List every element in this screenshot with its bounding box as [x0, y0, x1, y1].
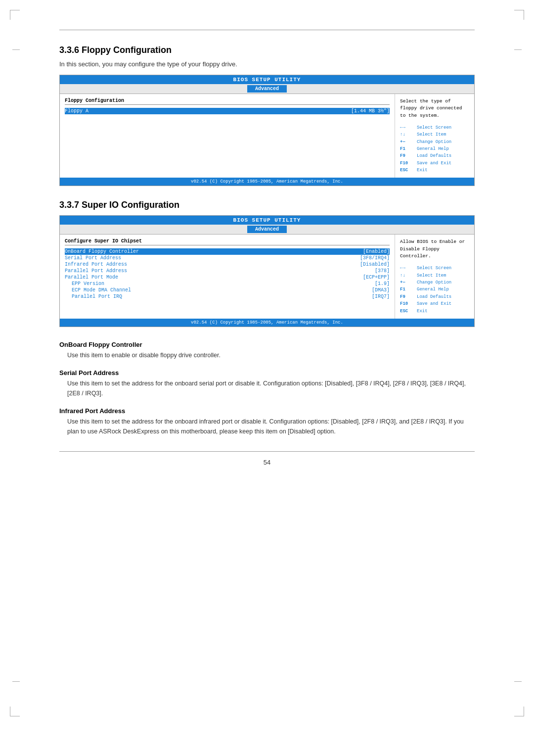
page-number: 54 [59, 459, 475, 466]
bios1-section-label: Floppy Configuration [65, 98, 390, 105]
bios2-row-parallel-mode[interactable]: Parallel Port Mode [ECP+EPP] [65, 274, 390, 281]
bios1-key-f1: F1 General Help [400, 145, 469, 152]
bios1-footer: v02.54 (C) Copyright 1985-2005, American… [60, 178, 474, 186]
bios2-row-ecp-dma[interactable]: ECP Mode DMA Channel [DMA3] [65, 287, 390, 293]
corner-mark-tr [514, 10, 524, 20]
bios2-key-f1: F1 General Help [400, 286, 469, 293]
bios1-floppy-a-label: Floppy A [65, 108, 89, 114]
bios2-section-label: Configure Super IO Chipset [65, 238, 390, 245]
bios1-keys: ←→ Select Screen ↑↓ Select Item +− Chang… [400, 124, 469, 174]
subsection-serial-port-title: Serial Port Address [59, 369, 475, 377]
subsection-infrared-port-body: Use this item to set the address for the… [59, 417, 475, 436]
subsection-onboard-floppy: OnBoard Floppy Controller Use this item … [59, 341, 475, 360]
bios2-keys: ←→ Select Screen ↑↓ Select Item +− Chang… [400, 265, 469, 315]
top-rule [59, 30, 475, 30]
bios1-key-lr: ←→ Select Screen [400, 124, 469, 131]
side-mark-left-top [12, 49, 20, 50]
bios2-key-f10: F10 Save and Exit [400, 300, 469, 307]
bios1-key-f9: F9 Load Defaults [400, 152, 469, 159]
bios1-key-esc: ESC Exit [400, 167, 469, 174]
bios1-left: Floppy Configuration Floppy A [1.44 MB 3… [60, 94, 395, 178]
page-container: 3.3.6 Floppy Configuration In this secti… [0, 0, 534, 756]
bios2-row-parallel-port[interactable]: Parallel Port Address [378] [65, 268, 390, 274]
bios1-key-ud: ↑↓ Select Item [400, 131, 469, 138]
bios2-right: Allow BIOS to Enable or Disable Floppy C… [395, 235, 474, 318]
section-337-title: 3.3.7 Super IO Configuration [59, 200, 475, 210]
bios2-help-text: Allow BIOS to Enable or Disable Floppy C… [400, 238, 469, 260]
subsection-serial-port: Serial Port Address Use this item to set… [59, 369, 475, 398]
side-mark-left-bottom [12, 681, 20, 682]
subsection-onboard-floppy-body: Use this item to enable or disable flopp… [59, 350, 475, 360]
bios2-row-infrared-port[interactable]: Infrared Port Address [Disabled] [65, 261, 390, 268]
bios1-tab-row: Advanced [60, 84, 474, 94]
bios2-content: Configure Super IO Chipset OnBoard Flopp… [60, 235, 474, 318]
bios2-row-parallel-irq[interactable]: Parallel Port IRQ [IRQ7] [65, 293, 390, 300]
bios2-key-ud: ↑↓ Select Item [400, 272, 469, 279]
bios1-key-f10: F10 Save and Exit [400, 160, 469, 167]
bios2-key-esc: ESC Exit [400, 308, 469, 315]
bios2-row-onboard-floppy[interactable]: OnBoard Floppy Controller [Enabled] [65, 248, 390, 255]
bottom-rule [59, 451, 475, 452]
bios1-title: BIOS SETUP UTILITY [60, 75, 474, 84]
bios2-tab-advanced[interactable]: Advanced [247, 226, 287, 233]
section-336-intro: In this section, you may configure the t… [59, 60, 475, 68]
bios1-right: Select the type of floppy drive connecte… [395, 94, 474, 178]
bios2-key-lr: ←→ Select Screen [400, 265, 469, 272]
bios1-content: Floppy Configuration Floppy A [1.44 MB 3… [60, 94, 474, 178]
bios2-key-f9: F9 Load Defaults [400, 293, 469, 300]
side-mark-right-bottom [514, 681, 522, 682]
bios1-tab-advanced[interactable]: Advanced [247, 85, 287, 93]
corner-mark-br [514, 707, 524, 716]
bios2-footer: v02.54 (C) Copyright 1985-2005, American… [60, 319, 474, 327]
bios2-tab-row: Advanced [60, 225, 474, 235]
subsection-onboard-floppy-title: OnBoard Floppy Controller [59, 341, 475, 348]
section-336-title: 3.3.6 Floppy Configuration [59, 45, 475, 55]
bios1-help-text: Select the type of floppy drive connecte… [400, 98, 469, 119]
section-336: 3.3.6 Floppy Configuration In this secti… [59, 45, 475, 186]
section-337: 3.3.7 Super IO Configuration BIOS SETUP … [59, 200, 475, 436]
subsection-serial-port-body: Use this item to set the address for the… [59, 378, 475, 398]
subsection-infrared-port: Infrared Port Address Use this item to s… [59, 407, 475, 436]
bios2-key-pm: +− Change Option [400, 279, 469, 286]
corner-mark-bl [10, 707, 20, 716]
bios2-row-serial-port[interactable]: Serial Port Address [3F8/IRQ4] [65, 255, 390, 261]
side-mark-right-top [514, 49, 522, 50]
bios2-title: BIOS SETUP UTILITY [60, 216, 474, 225]
corner-mark-tl [10, 10, 20, 20]
subsection-infrared-port-title: Infrared Port Address [59, 407, 475, 415]
bios1-row-floppy-a[interactable]: Floppy A [1.44 MB 3½"] [65, 108, 390, 114]
bios1-floppy-a-value: [1.44 MB 3½"] [351, 108, 390, 114]
bios-box-1: BIOS SETUP UTILITY Advanced Floppy Confi… [59, 75, 475, 186]
bios1-key-pm: +− Change Option [400, 139, 469, 145]
bios-box-2: BIOS SETUP UTILITY Advanced Configure Su… [59, 215, 475, 327]
bios2-left: Configure Super IO Chipset OnBoard Flopp… [60, 235, 395, 318]
bios2-row-epp-version[interactable]: EPP Version [1.9] [65, 281, 390, 287]
